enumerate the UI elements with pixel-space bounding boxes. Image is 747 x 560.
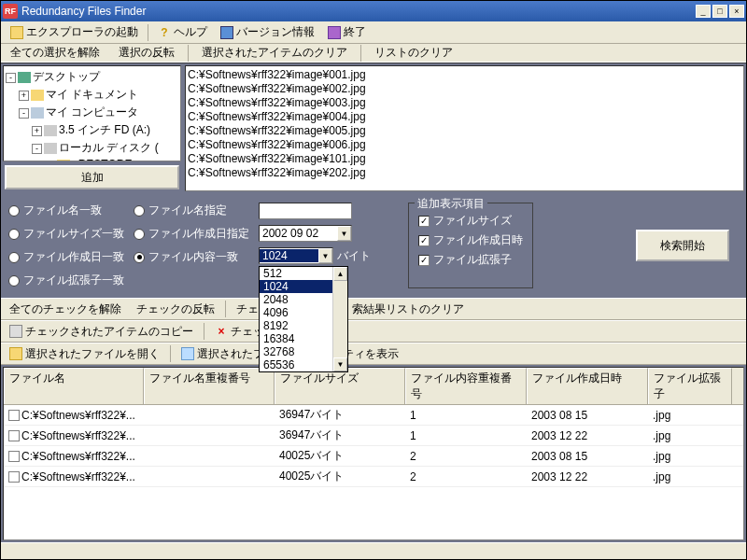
options-panel: ファイル名一致 ファイルサイズ一致 ファイル作成日一致 ファイル拡張子一致 ファ…: [1, 193, 746, 298]
radio-ext-match[interactable]: ファイル拡張子一致: [8, 273, 124, 288]
byte-label: バイト: [337, 248, 371, 264]
file-list[interactable]: C:¥Softnews¥rff322¥image¥001.jpgC:¥Softn…: [185, 65, 744, 191]
expand-icon[interactable]: -: [6, 73, 16, 83]
size-dropdown[interactable]: ▲▼ 5121024204840968192163843276865536: [259, 266, 348, 372]
help-button[interactable]: ? ヘルプ: [152, 22, 213, 42]
radio-date-match[interactable]: ファイル作成日一致: [8, 249, 124, 265]
separator: [225, 301, 226, 317]
dropdown-option[interactable]: 65536: [260, 358, 332, 371]
radio-content-match[interactable]: ファイル内容一致: [134, 249, 249, 265]
column-header[interactable]: ファイル名: [4, 368, 144, 404]
scrollbar[interactable]: ▲▼: [332, 267, 347, 371]
radio-size-match[interactable]: ファイルサイズ一致: [8, 226, 124, 242]
cell-value: .jpg: [648, 467, 732, 486]
cell-value: .jpg: [648, 426, 732, 445]
clear-selected-button[interactable]: 選択されたアイテムのクリア: [196, 43, 353, 63]
table-row[interactable]: C:¥Softnews¥rff322¥...40025バイト22003 08 1…: [4, 446, 743, 467]
list-item[interactable]: C:¥Softnews¥rff322¥image¥002.jpg: [188, 82, 741, 96]
column-header[interactable]: ファイル名重複番号: [144, 368, 275, 404]
checkbox-icon[interactable]: [8, 451, 20, 462]
separator: [188, 45, 189, 62]
check-ext[interactable]: ✓ファイル拡張子: [418, 252, 523, 268]
clear-result-button[interactable]: 索結果リストのクリア: [347, 300, 469, 319]
minimize-button[interactable]: _: [696, 5, 711, 18]
scroll-up-icon[interactable]: ▲: [333, 267, 347, 281]
expand-icon[interactable]: -: [32, 144, 42, 154]
table-row[interactable]: C:¥Softnews¥rff322¥...40025バイト22003 12 2…: [4, 467, 743, 487]
checkbox-icon[interactable]: [8, 471, 20, 483]
chevron-down-icon[interactable]: ▼: [337, 226, 351, 241]
uncheck-all-button[interactable]: 全てのチェックを解除: [5, 300, 126, 319]
dropdown-option[interactable]: 8192: [260, 319, 332, 332]
check-size[interactable]: ✓ファイルサイズ: [418, 213, 523, 229]
tree-node-label[interactable]: ローカル ディスク (: [59, 141, 159, 154]
app-icon: RF: [3, 4, 18, 19]
dropdown-option[interactable]: 2048: [260, 293, 332, 306]
radio-name-spec[interactable]: ファイル名指定: [134, 203, 249, 218]
chevron-down-icon[interactable]: ▼: [318, 248, 332, 263]
start-search-button[interactable]: 検索開始: [636, 230, 729, 261]
list-item[interactable]: C:¥Softnews¥rff322¥image¥202.jpg: [188, 166, 741, 180]
check-label: ファイル拡張子: [433, 252, 512, 268]
separator: [204, 323, 204, 340]
column-header[interactable]: ファイル拡張子: [648, 368, 732, 404]
list-item[interactable]: C:¥Softnews¥rff322¥image¥003.jpg: [188, 96, 741, 110]
invert-selection-button[interactable]: 選択の反転: [113, 43, 180, 63]
size-select[interactable]: 1024▼: [259, 247, 333, 264]
radio-name-match[interactable]: ファイル名一致: [8, 203, 124, 218]
check-label: ファイル作成日時: [433, 232, 523, 248]
checkbox-icon[interactable]: [8, 430, 20, 441]
deselect-all-button[interactable]: 全ての選択を解除: [5, 43, 106, 63]
name-input[interactable]: [259, 203, 352, 219]
dropdown-option[interactable]: 16384: [260, 332, 332, 345]
dropdown-option[interactable]: 1024: [260, 280, 332, 293]
tree-node-label[interactable]: 3.5 インチ FD (A:): [59, 123, 150, 136]
list-item[interactable]: C:¥Softnews¥rff322¥image¥001.jpg: [188, 68, 741, 82]
tree-node-label[interactable]: デスクトップ: [33, 70, 100, 83]
invert-check-button[interactable]: チェックの反転: [132, 300, 219, 319]
date-select[interactable]: 2002 09 02▼: [259, 225, 352, 242]
list-item[interactable]: C:¥Softnews¥rff322¥image¥101.jpg: [188, 152, 741, 166]
expand-icon[interactable]: +: [32, 126, 42, 136]
check-date[interactable]: ✓ファイル作成日時: [418, 232, 523, 248]
radio-date-spec[interactable]: ファイル作成日指定: [134, 226, 249, 242]
column-header[interactable]: ファイル内容重複番号: [405, 368, 527, 404]
column-header[interactable]: ファイルサイズ: [275, 368, 405, 404]
list-item[interactable]: C:¥Softnews¥rff322¥image¥006.jpg: [188, 138, 741, 152]
expand-icon[interactable]: -: [19, 108, 29, 119]
add-button[interactable]: 追加: [5, 165, 179, 189]
open-label: 選択されたファイルを開く: [25, 346, 160, 362]
copy-checked-button[interactable]: チェックされたアイテムのコピー: [5, 322, 198, 342]
radio-label: ファイル名一致: [23, 203, 102, 218]
tree-node-label[interactable]: マイ コンピュータ: [46, 105, 138, 119]
folder-tree[interactable]: -デスクトップ +マイ ドキュメント -マイ コンピュータ +3.5 インチ F…: [3, 65, 181, 161]
checkbox-icon[interactable]: [8, 410, 20, 421]
open-file-button[interactable]: 選択されたファイルを開く: [5, 344, 164, 364]
scroll-down-icon[interactable]: ▼: [333, 357, 347, 371]
dropdown-option[interactable]: 512: [260, 267, 332, 280]
dropdown-option[interactable]: 4096: [260, 306, 332, 319]
titlebar: RF Redundancy Files Finder _ □ ×: [1, 1, 746, 21]
table-row[interactable]: C:¥Softnews¥rff322¥...36947バイト12003 08 1…: [4, 405, 743, 426]
table-row[interactable]: C:¥Softnews¥rff322¥...36947バイト12003 12 2…: [4, 426, 743, 446]
tree-node-label[interactable]: _RESTORE: [72, 158, 132, 161]
clear-list-button[interactable]: リストのクリア: [369, 43, 458, 63]
column-header[interactable]: ファイル作成日時: [527, 368, 648, 404]
explorer-button[interactable]: エクスプローラの起動: [5, 22, 144, 42]
exit-button[interactable]: 終了: [322, 22, 372, 42]
tree-node-label[interactable]: マイ ドキュメント: [46, 88, 138, 101]
dropdown-option[interactable]: 32768: [260, 345, 332, 358]
list-item[interactable]: C:¥Softnews¥rff322¥image¥004.jpg: [188, 110, 741, 124]
list-item[interactable]: C:¥Softnews¥rff322¥image¥005.jpg: [188, 124, 741, 138]
maximize-button[interactable]: □: [712, 5, 727, 18]
version-button[interactable]: バージョン情報: [215, 22, 320, 42]
radio-icon: [134, 205, 145, 217]
cell-value: .jpg: [648, 405, 732, 425]
results-panel: ファイル名 ファイル名重複番号 ファイルサイズ ファイル内容重複番号 ファイル作…: [1, 365, 746, 542]
expand-icon[interactable]: +: [19, 91, 29, 101]
close-button[interactable]: ×: [729, 5, 744, 18]
results-table[interactable]: ファイル名 ファイル名重複番号 ファイルサイズ ファイル内容重複番号 ファイル作…: [3, 367, 744, 540]
copy-toolbar: チェックされたアイテムのコピー ×チェックされたアイ: [1, 320, 746, 343]
cell-value: C:¥Softnews¥rff322¥...: [21, 409, 135, 422]
folder-icon: [31, 90, 44, 101]
